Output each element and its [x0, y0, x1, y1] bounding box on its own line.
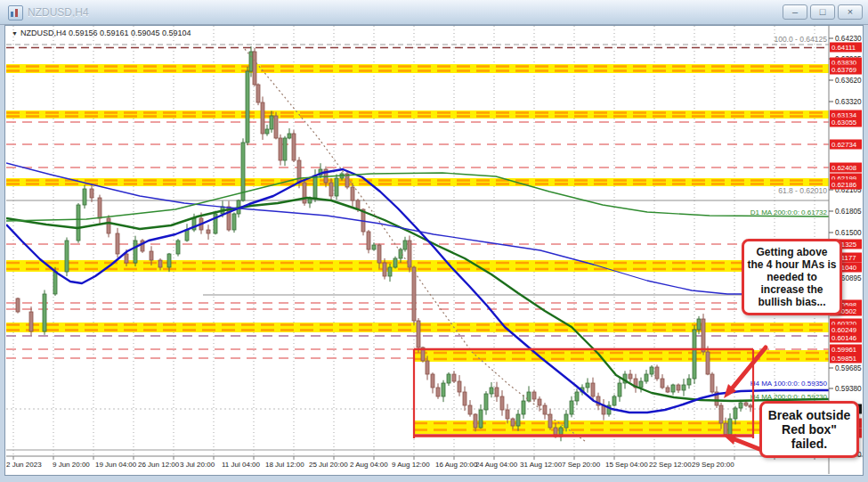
price-level-label: 0.62734: [830, 140, 862, 150]
candle: [274, 112, 278, 140]
candle: [650, 365, 653, 377]
candle: [452, 371, 456, 382]
candle: [408, 235, 411, 272]
candle: [292, 130, 296, 162]
candle: [403, 237, 407, 252]
level-label: H4 MA 100:0:0: 0.59350: [750, 380, 828, 388]
candle: [279, 135, 282, 166]
price-level-label: 0.62186: [830, 180, 862, 190]
price-tick-label: 0.63620: [835, 77, 862, 85]
candle: [98, 195, 101, 225]
title-bar: NZDUSD,H4 – □ ×: [0, 0, 868, 25]
time-axis-label: 19 Jun 04:00: [95, 461, 137, 469]
time-axis-label: 9 Aug 12:00: [392, 461, 430, 469]
annotation-break-failed[interactable]: Break outside Red box" failed.: [759, 401, 859, 458]
candle: [687, 374, 691, 388]
candle: [77, 203, 80, 243]
candle: [463, 387, 466, 411]
time-axis-label: 2 Jun 2023: [6, 461, 42, 469]
candle: [417, 318, 420, 353]
candle: [29, 306, 33, 335]
candle: [283, 136, 287, 166]
time-axis-label: 7 Sep 20:00: [562, 461, 601, 469]
candle: [176, 239, 180, 256]
time-axis-label: 18 Jul 12:00: [265, 461, 304, 469]
time-axis-label: 15 Sep 04:00: [605, 461, 648, 469]
candle: [479, 404, 483, 429]
candle: [575, 388, 579, 405]
level-label: 100.0 - 0.64125: [774, 35, 827, 44]
time-axis-label: 2 Aug 04:00: [350, 461, 388, 469]
chart-window-icon: [8, 5, 23, 20]
candle: [227, 201, 231, 232]
candle: [495, 382, 499, 402]
time-axis-label: 11 Jul 04:00: [222, 461, 261, 469]
level-label: 61.8 - 0.62010: [778, 186, 827, 195]
price-level-label: 0.59961: [830, 345, 862, 355]
candle: [442, 380, 445, 402]
candle: [232, 212, 236, 233]
price-level-label: 0.63055: [830, 118, 862, 127]
price-level-label: 0.63769: [830, 65, 862, 75]
candle: [246, 67, 249, 145]
candle: [724, 418, 727, 437]
price-tick-label: 0.59380: [835, 385, 862, 393]
candle: [367, 230, 370, 253]
candle: [468, 400, 472, 417]
candle: [586, 378, 589, 392]
svg-text:0.59851: 0.59851: [831, 355, 856, 363]
candle: [666, 385, 669, 393]
time-axis-label: 26 Jun 12:00: [138, 461, 180, 469]
candle: [682, 379, 685, 396]
candle: [715, 387, 718, 408]
candle: [431, 372, 434, 393]
svg-text:0.63769: 0.63769: [831, 66, 856, 74]
price-tick-label: 0.63320: [835, 98, 862, 106]
candle: [345, 170, 349, 189]
price-level-label: 0.62408: [830, 163, 862, 173]
plot-area: H4 MA 200:0:0: 0.59230100.0 - 0.6412561.…: [6, 26, 829, 456]
candle: [303, 179, 306, 206]
candle: [116, 228, 119, 257]
price-tick-label: 0.59685: [835, 364, 862, 372]
candle: [645, 370, 648, 384]
candle: [677, 383, 680, 393]
svg-text:0.63055: 0.63055: [831, 118, 857, 127]
h4-ma100-line[interactable]: [6, 169, 829, 413]
candle: [288, 128, 291, 139]
candle: [319, 163, 322, 178]
restore-button[interactable]: □: [810, 4, 835, 20]
candle: [728, 413, 732, 436]
candle: [612, 395, 616, 407]
minimize-button[interactable]: –: [783, 4, 807, 20]
price-level-label: 0.64111: [830, 43, 862, 53]
candle: [559, 426, 563, 441]
close-button[interactable]: ×: [838, 4, 863, 20]
candle: [107, 215, 110, 237]
candle: [207, 225, 210, 240]
candle: [490, 382, 493, 397]
candle: [458, 375, 461, 396]
time-axis-label: 24 Aug 04:00: [475, 461, 518, 469]
price-tick-label: 0.64230: [835, 35, 862, 43]
time-axis-label: 29 Sep 20:00: [692, 461, 734, 469]
candle: [83, 185, 86, 209]
svg-text:0.64111: 0.64111: [831, 44, 856, 52]
candle: [185, 224, 189, 241]
candle: [527, 386, 531, 402]
candle: [261, 96, 264, 139]
candle: [602, 399, 605, 421]
candle: [141, 239, 144, 253]
candle: [43, 290, 46, 334]
candle: [412, 266, 416, 325]
chart-canvas[interactable]: H4 MA 200:0:0: 0.59230100.0 - 0.6412561.…: [6, 26, 863, 474]
window-title: NZDUSD,H4: [28, 6, 89, 19]
candle: [548, 409, 552, 430]
annotation-bullish-bias[interactable]: Getting above the 4 hour MAs is needed t…: [742, 239, 842, 315]
candle: [253, 48, 256, 86]
time-axis-label: 3 Jul 20:00: [180, 461, 215, 469]
time-axis-label: 25 Jul 20:00: [309, 461, 348, 469]
price-tick-label: 0.61500: [835, 229, 862, 237]
dropdown-arrow-icon[interactable]: ▼: [12, 30, 18, 37]
candle: [90, 184, 93, 202]
